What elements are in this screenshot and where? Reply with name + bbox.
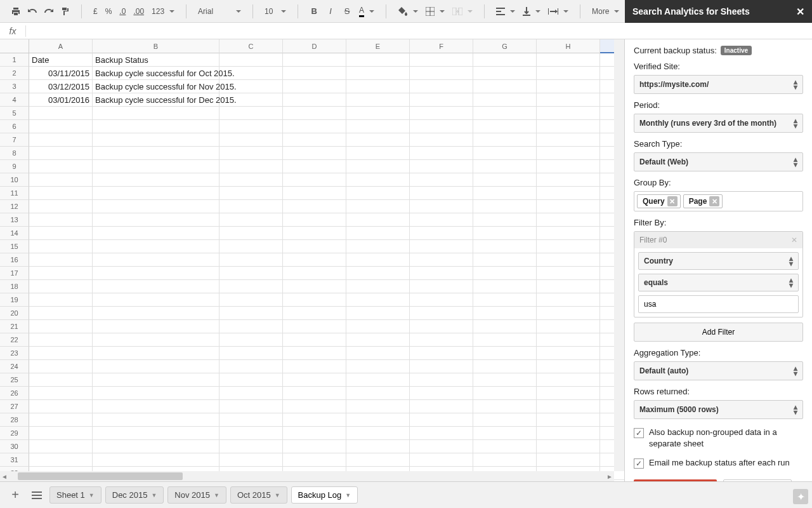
cell[interactable] xyxy=(219,400,283,413)
fill-color-button[interactable] xyxy=(394,3,422,20)
column-header[interactable]: B xyxy=(93,39,219,53)
sheet-tab[interactable]: Nov 2015▼ xyxy=(167,486,226,504)
row-header[interactable]: 22 xyxy=(0,333,29,347)
cell[interactable] xyxy=(346,160,410,173)
filter-operator-select[interactable]: equals▴▾ xyxy=(638,274,799,291)
tab-menu-icon[interactable]: ▼ xyxy=(151,492,157,498)
cell[interactable] xyxy=(29,240,93,253)
cell[interactable] xyxy=(473,400,537,413)
cell[interactable] xyxy=(283,440,346,453)
cell[interactable] xyxy=(410,293,473,307)
cell[interactable] xyxy=(473,373,537,387)
merge-button[interactable] xyxy=(449,3,476,20)
cell[interactable] xyxy=(283,267,346,280)
cell[interactable] xyxy=(537,147,600,160)
cell[interactable] xyxy=(410,160,473,173)
cell[interactable] xyxy=(29,107,93,120)
number-format-dropdown[interactable]: 123 xyxy=(148,3,178,20)
cell[interactable] xyxy=(473,440,537,453)
sheet-tab[interactable]: Backup Log▼ xyxy=(291,486,358,504)
cell[interactable] xyxy=(29,333,93,347)
row-header[interactable]: 29 xyxy=(0,427,29,440)
cell[interactable] xyxy=(29,120,93,133)
horizontal-scrollbar[interactable]: ◄ ► xyxy=(0,471,614,481)
cell[interactable] xyxy=(283,213,346,227)
cell[interactable] xyxy=(283,333,346,347)
cell[interactable] xyxy=(410,187,473,200)
cell[interactable] xyxy=(473,453,537,467)
cell[interactable] xyxy=(283,107,346,120)
row-header[interactable]: 12 xyxy=(0,200,29,213)
cell[interactable] xyxy=(410,173,473,187)
cell[interactable] xyxy=(473,253,537,267)
column-header[interactable]: H xyxy=(537,39,600,53)
cell[interactable] xyxy=(219,440,283,453)
cell[interactable] xyxy=(93,453,219,467)
cell[interactable] xyxy=(473,93,537,107)
remove-filter-icon[interactable]: ✕ xyxy=(791,236,797,244)
cell[interactable] xyxy=(219,53,283,67)
row-header[interactable]: 6 xyxy=(0,120,29,133)
remove-chip-icon[interactable]: ✕ xyxy=(709,196,719,206)
cell[interactable] xyxy=(537,453,600,467)
cell[interactable] xyxy=(537,400,600,413)
cell[interactable] xyxy=(93,160,219,173)
cell[interactable] xyxy=(93,267,219,280)
row-header[interactable]: 7 xyxy=(0,133,29,147)
cell[interactable] xyxy=(473,147,537,160)
paint-format-button[interactable] xyxy=(57,3,74,20)
cell[interactable] xyxy=(219,240,283,253)
cell[interactable] xyxy=(283,293,346,307)
cell[interactable] xyxy=(219,427,283,440)
row-header[interactable]: 11 xyxy=(0,187,29,200)
cell[interactable] xyxy=(219,387,283,400)
cell[interactable] xyxy=(283,253,346,267)
filter-dimension-select[interactable]: Country▴▾ xyxy=(638,252,799,270)
cell[interactable] xyxy=(93,413,219,427)
row-header[interactable]: 20 xyxy=(0,307,29,320)
cell[interactable] xyxy=(29,387,93,400)
cell[interactable] xyxy=(537,133,600,147)
cell[interactable] xyxy=(410,440,473,453)
cell[interactable] xyxy=(537,227,600,240)
cell[interactable] xyxy=(283,133,346,147)
cell[interactable] xyxy=(346,227,410,240)
cell[interactable] xyxy=(283,280,346,293)
all-sheets-button[interactable] xyxy=(28,486,46,504)
cell[interactable] xyxy=(410,67,473,80)
row-header[interactable]: 24 xyxy=(0,360,29,373)
column-header[interactable]: D xyxy=(283,39,346,53)
cell[interactable] xyxy=(93,200,219,213)
cell[interactable] xyxy=(473,133,537,147)
cell[interactable] xyxy=(537,333,600,347)
cell[interactable] xyxy=(29,400,93,413)
cell[interactable] xyxy=(283,120,346,133)
cell[interactable] xyxy=(346,80,410,93)
cell[interactable] xyxy=(346,293,410,307)
row-header[interactable]: 10 xyxy=(0,173,29,187)
cell[interactable] xyxy=(29,267,93,280)
cell[interactable] xyxy=(283,320,346,333)
cell[interactable] xyxy=(473,267,537,280)
cell[interactable] xyxy=(93,293,219,307)
row-header[interactable]: 8 xyxy=(0,147,29,160)
redo-button[interactable] xyxy=(41,3,57,20)
cell[interactable] xyxy=(537,80,600,93)
aggregation-type-select[interactable]: Default (auto)▴▾ xyxy=(634,361,803,380)
explore-icon[interactable]: ✦ xyxy=(793,489,808,504)
cell[interactable] xyxy=(219,253,283,267)
row-header[interactable]: 13 xyxy=(0,213,29,227)
cell[interactable] xyxy=(346,320,410,333)
cell[interactable] xyxy=(93,133,219,147)
cell[interactable] xyxy=(93,427,219,440)
cell[interactable] xyxy=(283,93,346,107)
cell[interactable] xyxy=(410,200,473,213)
cell[interactable] xyxy=(219,200,283,213)
cell[interactable] xyxy=(473,293,537,307)
cell[interactable] xyxy=(219,307,283,320)
cell[interactable] xyxy=(473,67,537,80)
sheet-tab[interactable]: Sheet 1▼ xyxy=(49,486,102,504)
cell[interactable] xyxy=(219,80,283,93)
cell[interactable] xyxy=(93,360,219,373)
more-button[interactable]: More xyxy=(588,3,623,20)
